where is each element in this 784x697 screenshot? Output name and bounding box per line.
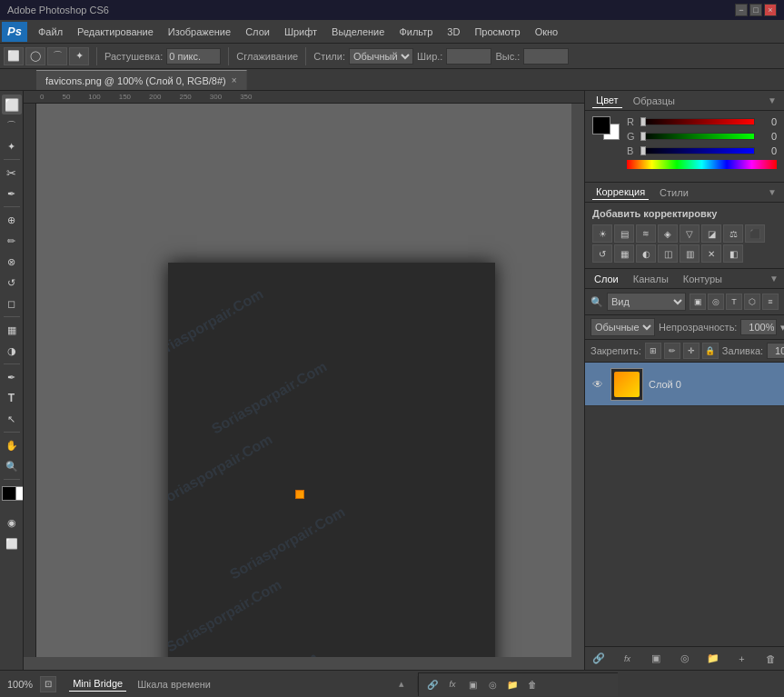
tool-eraser[interactable]: ◻ [2,294,22,314]
menu-image[interactable]: Изображение [161,25,238,39]
corr-hsl[interactable]: ◪ [701,224,721,243]
layer-icon-adj[interactable]: ≡ [762,294,779,310]
menu-edit[interactable]: Редактирование [70,25,161,39]
tool-eyedropper[interactable]: ✒ [2,184,22,204]
rp-adj-btn[interactable]: ◎ [484,676,501,692]
tool-quick-mask[interactable]: ◉ [2,513,22,533]
corr-colorlookup[interactable]: ◐ [636,244,656,263]
layer-icon-smart[interactable]: ⬡ [744,294,760,310]
rp-delete-btn[interactable]: 🗑 [524,676,541,692]
height-input[interactable] [523,48,569,65]
shape-rect-btn[interactable]: ⬜ [4,47,24,65]
opacity-dropdown[interactable]: ▾ [780,322,784,334]
rp-folder-btn[interactable]: 📁 [504,676,521,692]
lock-move[interactable]: ✛ [683,343,700,359]
blue-track[interactable] [640,147,755,154]
lock-all[interactable]: 🔒 [702,343,719,359]
green-thumb[interactable] [640,132,646,141]
layers-panel-collapse[interactable]: ▼ [769,274,779,284]
tool-history[interactable]: ↺ [2,273,22,293]
tool-clone[interactable]: ⊗ [2,252,22,272]
layer-visibility-0[interactable]: 👁 [590,377,605,392]
width-input[interactable] [446,48,491,65]
tool-text[interactable]: T [2,388,22,408]
corr-colorbalance[interactable]: ⚖ [723,224,743,243]
corr-bw[interactable]: ⬛ [745,224,765,243]
tab-close-btn[interactable]: × [232,75,237,85]
lock-checkerboard[interactable]: ⊞ [645,343,661,359]
layer-icon-text[interactable]: T [726,294,742,310]
rp-fx-btn[interactable]: fx [444,676,461,692]
color-panel-collapse[interactable]: ▼ [768,95,777,105]
tool-crop[interactable]: ✂ [2,163,22,183]
layer-item-0[interactable]: 👁 Слой 0 [585,363,784,406]
layer-fx-btn[interactable]: fx [620,651,636,667]
mini-bridge-tab[interactable]: Mini Bridge [69,676,126,692]
menu-file[interactable]: Файл [31,25,70,39]
tab-paths[interactable]: Контуры [680,272,726,286]
corr-exposure[interactable]: ◈ [658,224,678,243]
tool-zoom[interactable]: 🔍 [2,456,22,476]
menu-window[interactable]: Окно [528,25,566,39]
layer-delete-btn[interactable]: 🗑 [762,651,779,667]
red-thumb[interactable] [640,117,646,126]
color-spectrum[interactable] [627,160,777,169]
layer-adj-btn[interactable]: ◎ [677,651,693,667]
layer-icon-image[interactable]: ▣ [690,294,706,310]
corr-levels[interactable]: ▤ [614,224,634,243]
rp-link-btn[interactable]: 🔗 [424,676,441,692]
blend-mode-select[interactable]: Обычные [590,318,655,336]
lock-brush[interactable]: ✏ [664,343,680,359]
menu-layers[interactable]: Слои [238,25,277,39]
zoom-fit-btn[interactable]: ⊡ [40,676,56,692]
tool-lasso[interactable]: ⌒ [2,115,22,135]
rastushevka-input[interactable] [166,48,221,65]
corr-posterize[interactable]: ▥ [680,244,700,263]
tool-marquee[interactable]: ⬜ [2,95,22,115]
layer-icon-fx[interactable]: ◎ [708,294,724,310]
tool-spot-heal[interactable]: ⊕ [2,210,22,230]
blue-thumb[interactable] [640,146,646,155]
red-track[interactable] [640,118,755,125]
tool-screen-mode[interactable]: ⬜ [2,533,22,553]
menu-select[interactable]: Выделение [324,25,392,39]
color-tab[interactable]: Цвет [592,93,622,108]
swatch-foreground[interactable] [592,116,610,134]
tab-channels[interactable]: Каналы [630,272,672,286]
corr-vibrance[interactable]: ▽ [680,224,700,243]
shape-magic-btn[interactable]: ✦ [69,47,89,65]
foreground-color[interactable] [2,486,16,501]
shape-lasso-btn[interactable]: ⌒ [47,47,67,65]
corr-threshold[interactable]: ✕ [701,244,721,263]
menu-filter[interactable]: Фильтр [392,25,440,39]
tool-hand[interactable]: ✋ [2,435,22,455]
status-tab-collapse[interactable]: ▴ [399,678,404,690]
close-button[interactable]: × [764,4,777,16]
corr-brightness[interactable]: ☀ [592,224,612,243]
corr-invert[interactable]: ◫ [658,244,678,263]
canvas-document[interactable]: Soriasporpair.Com Soriasporpair.Com Sori… [168,263,495,658]
tool-quick-select[interactable]: ✦ [2,136,22,156]
correction-tab[interactable]: Коррекция [592,184,649,200]
corr-photofilter[interactable]: ↺ [592,244,612,263]
minimize-button[interactable]: − [735,4,748,16]
tool-pen[interactable]: ✒ [2,367,22,387]
rp-mask-btn[interactable]: ▣ [464,676,481,692]
corr-curves[interactable]: ≋ [636,224,656,243]
layer-link-btn[interactable]: 🔗 [590,651,607,667]
menu-font[interactable]: Шрифт [277,25,324,39]
tool-brush[interactable]: ✏ [2,231,22,251]
stili-select[interactable]: Обычный [349,48,413,65]
layer-folder-btn[interactable]: 📁 [705,651,721,667]
shape-ellipse-btn[interactable]: ◯ [25,47,45,65]
corr-channelmixer[interactable]: ▦ [614,244,634,263]
fill-input[interactable] [767,343,784,359]
tool-gradient[interactable]: ▦ [2,320,22,340]
layers-view-select[interactable]: Вид [607,293,686,311]
layer-new-btn[interactable]: + [734,651,750,667]
active-document-tab[interactable]: favicons.png @ 100% (Слой 0, RGB/8#) × [36,70,247,90]
layer-mask-btn[interactable]: ▣ [648,651,664,667]
menu-view[interactable]: Просмотр [467,25,527,39]
opacity-input[interactable] [740,319,777,335]
green-track[interactable] [640,133,755,140]
